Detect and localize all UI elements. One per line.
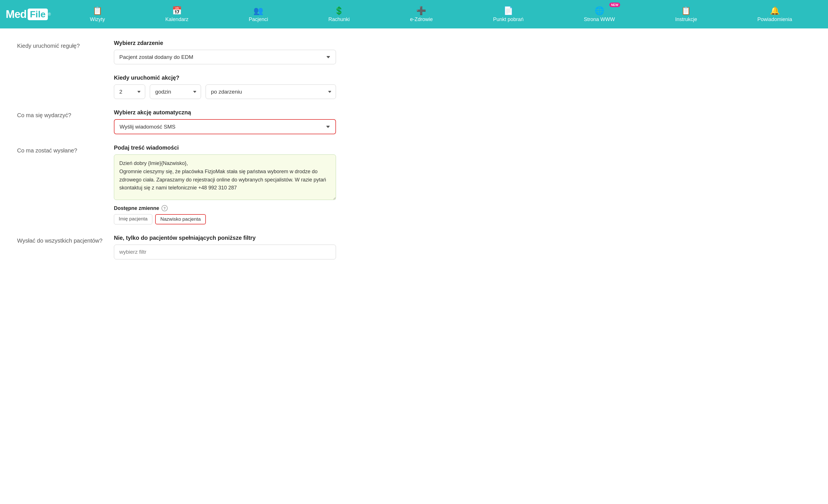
controls-recipients: Nie, tylko do pacjentów spełniających po…	[114, 235, 811, 260]
e-zdrowie-icon: ➕	[416, 6, 426, 15]
strona-www-icon: 🌐	[594, 6, 605, 15]
main-content: Kiedy uruchomić regułę? Wybierz zdarzeni…	[0, 29, 828, 504]
nav-label-rachunki: Rachunki	[328, 16, 350, 22]
event-dropdown[interactable]: Pacjent został dodany do EDM Wizyta zapl…	[114, 50, 336, 64]
form-row-action: Co ma się wydarzyć? Wybierz akcję automa…	[17, 109, 811, 134]
variables-label: Dostępne zmienne ?	[114, 205, 811, 211]
timing-row: 2 1 3 4 godzin minut dni po zdarzeniu pr…	[114, 85, 336, 99]
nav-label-pacjenci: Pacjenci	[249, 16, 268, 22]
action-dropdown[interactable]: Wyślij wiadomość SMS Wyślij e-mail Wyśli…	[114, 119, 336, 134]
variable-tag-nazwisko[interactable]: Nazwisko pacjenta	[155, 214, 206, 224]
logo-med: Med	[6, 8, 27, 20]
sidebar-item-instrukcje[interactable]: 📋 Instrukcje	[671, 3, 701, 25]
sidebar-item-e-zdrowie[interactable]: ➕ e-Zdrowie	[406, 3, 437, 25]
message-textarea[interactable]: Dzień dobry {Imie}{Nazwisko}, Ogromnie c…	[114, 154, 336, 200]
wizyty-icon: 📋	[92, 6, 102, 15]
nav-menu: 📋 Wizyty 📅 Kalendarz 👥 Pacjenci 💲 Rachun…	[60, 3, 822, 25]
logo[interactable]: Med File ®	[6, 8, 51, 20]
help-icon[interactable]: ?	[161, 205, 168, 211]
controls-trigger: Wybierz zdarzenie Pacjent został dodany …	[114, 40, 811, 64]
form-row-recipients: Wysłać do wszystkich pacjentów? Nie, tyl…	[17, 235, 811, 260]
nav-label-instrukcje: Instrukcje	[675, 16, 697, 22]
variables-section: Dostępne zmienne ? Imię pacjenta Nazwisk…	[114, 205, 811, 224]
timing-value-dropdown[interactable]: 2 1 3 4	[114, 85, 145, 99]
nav-label-powiadomienia: Powiadomienia	[757, 16, 792, 22]
timing-unit-dropdown[interactable]: godzin minut dni	[150, 85, 201, 99]
filter-input[interactable]	[114, 244, 336, 260]
title-action: Wybierz akcję automatyczną	[114, 109, 811, 116]
navbar: Med File ® 📋 Wizyty 📅 Kalendarz 👥 Pacjen…	[0, 0, 828, 29]
label-message: Co ma zostać wysłane?	[17, 144, 114, 154]
form-row-trigger: Kiedy uruchomić regułę? Wybierz zdarzeni…	[17, 40, 811, 64]
new-badge: NEW	[609, 3, 620, 7]
sidebar-item-rachunki[interactable]: 💲 Rachunki	[324, 3, 354, 25]
label-action: Co ma się wydarzyć?	[17, 109, 114, 119]
instrukcje-icon: 📋	[681, 6, 691, 15]
variable-tag-imie[interactable]: Imię pacjenta	[114, 214, 152, 224]
sidebar-item-punkt-pobran[interactable]: 📄 Punkt pobrań	[489, 3, 528, 25]
form-row-message: Co ma zostać wysłane? Podaj treść wiadom…	[17, 144, 811, 224]
label-recipients: Wysłać do wszystkich pacjentów?	[17, 235, 114, 244]
sidebar-item-strona-www[interactable]: NEW 🌐 Strona WWW	[580, 3, 619, 25]
sidebar-item-kalendarz[interactable]: 📅 Kalendarz	[161, 3, 193, 25]
label-timing	[17, 75, 114, 77]
powiadomienia-icon: 🔔	[770, 6, 780, 15]
title-event: Wybierz zdarzenie	[114, 40, 811, 46]
kalendarz-icon: 📅	[172, 6, 182, 15]
logo-registered: ®	[48, 12, 51, 16]
sidebar-item-pacjenci[interactable]: 👥 Pacjenci	[245, 3, 272, 25]
punkt-pobran-icon: 📄	[503, 6, 513, 15]
nav-label-punkt-pobran: Punkt pobrań	[493, 16, 524, 22]
nav-label-wizyty: Wizyty	[90, 16, 105, 22]
controls-timing: Kiedy uruchomić akcję? 2 1 3 4 godzin mi…	[114, 75, 811, 99]
timing-when-dropdown[interactable]: po zdarzeniu przed zdarzeniem	[206, 85, 336, 99]
send-to-label: Nie, tylko do pacjentów spełniających po…	[114, 235, 811, 241]
form-row-timing: Kiedy uruchomić akcję? 2 1 3 4 godzin mi…	[17, 75, 811, 99]
rachunki-icon: 💲	[334, 6, 344, 15]
label-trigger: Kiedy uruchomić regułę?	[17, 40, 114, 49]
nav-label-kalendarz: Kalendarz	[165, 16, 189, 22]
logo-file: File	[28, 8, 48, 20]
title-timing: Kiedy uruchomić akcję?	[114, 75, 811, 81]
nav-label-e-zdrowie: e-Zdrowie	[410, 16, 433, 22]
sidebar-item-wizyty[interactable]: 📋 Wizyty	[86, 3, 109, 25]
variables-label-text: Dostępne zmienne	[114, 205, 159, 211]
variable-tags: Imię pacjenta Nazwisko pacjenta	[114, 214, 811, 224]
pacjenci-icon: 👥	[253, 6, 263, 15]
title-message: Podaj treść wiadomości	[114, 144, 811, 151]
nav-label-strona-www: Strona WWW	[584, 16, 615, 22]
controls-message: Podaj treść wiadomości Dzień dobry {Imie…	[114, 144, 811, 224]
controls-action: Wybierz akcję automatyczną Wyślij wiadom…	[114, 109, 811, 134]
sidebar-item-powiadomienia[interactable]: 🔔 Powiadomienia	[753, 3, 796, 25]
